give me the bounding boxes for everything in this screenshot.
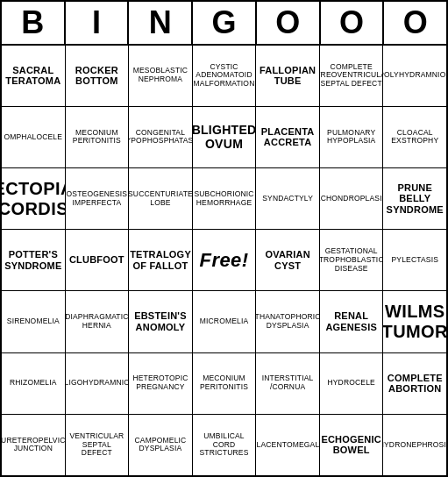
cell-text-5-0: RHIZOMELIA bbox=[10, 379, 57, 388]
cell-text-0-2: MESOBLASTIC NEPHROMA bbox=[132, 67, 189, 84]
cell-0-1: ROCKER BOTTOM bbox=[66, 46, 130, 106]
cell-text-5-6: COMPLETE ABORTION bbox=[386, 373, 444, 395]
cell-text-4-3: MICROMELIA bbox=[200, 317, 249, 326]
cell-4-6: WILMS TUMOR bbox=[383, 291, 446, 352]
cell-text-4-2: EBSTEIN'S ANOMOLY bbox=[132, 310, 189, 332]
bingo-card: BINGOOO SACRAL TERATOMAROCKER BOTTOMMESO… bbox=[0, 0, 448, 477]
cell-text-5-1: OLIGOHYDRAMNIOS bbox=[66, 379, 130, 388]
cell-0-2: MESOBLASTIC NEPHROMA bbox=[129, 46, 193, 106]
cell-6-5: ECHOGENIC BOWEL bbox=[320, 415, 384, 475]
cell-text-5-2: HETEROTOPIC PREGNANCY bbox=[132, 374, 189, 392]
cell-4-5: RENAL AGENESIS bbox=[320, 291, 384, 352]
cell-1-0: OMPHALOCELE bbox=[2, 107, 66, 167]
cell-6-1: VENTRICULAR SEPTAL DEFECT bbox=[66, 415, 130, 475]
cell-0-6: POLYHYDRAMNIOS bbox=[383, 46, 446, 106]
grid-row-0: SACRAL TERATOMAROCKER BOTTOMMESOBLASTIC … bbox=[2, 46, 446, 107]
cell-3-1: CLUBFOOT bbox=[66, 230, 130, 290]
cell-4-3: MICROMELIA bbox=[193, 291, 257, 352]
cell-text-6-0: URETEROPELVIC JUNCTION bbox=[2, 437, 65, 454]
cell-1-3: BLIGHTED OVUM bbox=[193, 107, 257, 167]
header-row: BINGOOO bbox=[2, 2, 446, 46]
header-letter-B-0: B bbox=[2, 2, 66, 44]
cell-2-6: PRUNE BELLY SYNDROME bbox=[383, 168, 446, 229]
cell-1-2: CONGENITAL HYPOPHOSPHATASIA bbox=[129, 107, 193, 167]
cell-text-6-6: HYDRONEPHROSIS bbox=[383, 441, 446, 450]
cell-text-3-3: Free! bbox=[200, 249, 249, 271]
cell-4-2: EBSTEIN'S ANOMOLY bbox=[129, 291, 193, 352]
cell-3-0: POTTER'S SYNDROME bbox=[2, 230, 66, 290]
cell-3-6: PYLECTASIS bbox=[383, 230, 446, 290]
cell-1-1: MECONIUM PERITONITIS bbox=[66, 107, 130, 167]
cell-text-4-6: WILMS TUMOR bbox=[383, 302, 446, 342]
cell-3-4: OVARIAN CYST bbox=[256, 230, 320, 290]
cell-5-5: HYDROCELE bbox=[320, 353, 384, 414]
cell-2-2: SUCCENTURIATE LOBE bbox=[129, 168, 193, 229]
cell-text-3-5: GESTATIONAL TROPHOBLASTIC DISEASE bbox=[320, 247, 384, 273]
cell-text-6-5: ECHOGENIC BOWEL bbox=[321, 434, 381, 456]
cell-text-5-3: MECONIUM PERITONITIS bbox=[196, 374, 253, 392]
cell-3-2: TETRALOGY OF FALLOT bbox=[129, 230, 193, 290]
cell-text-6-4: PLACENTOMEGALY bbox=[256, 441, 320, 450]
cell-text-2-3: SUBCHORIONIC HEMORRHAGE bbox=[194, 190, 253, 208]
cell-text-0-5: COMPLETE ATREOVENTRICULAR SEPTAL DEFECT bbox=[320, 63, 384, 89]
cell-1-6: CLOACAL EXSTROPHY bbox=[383, 107, 446, 167]
cell-text-4-4: THANATOPHORIC DYSPLASIA bbox=[256, 313, 320, 331]
header-letter-O-6: O bbox=[384, 2, 446, 44]
cell-2-1: OSTEOGENESIS IMPERFECTA bbox=[66, 168, 130, 229]
cell-text-2-6: PRUNE BELLY SYNDROME bbox=[386, 182, 444, 216]
cell-text-0-1: ROCKER BOTTOM bbox=[68, 65, 126, 87]
cell-text-1-5: PULMONARY HYPOPLASIA bbox=[323, 129, 380, 146]
cell-text-5-5: HYDROCELE bbox=[327, 379, 374, 388]
grid-row-5: RHIZOMELIAOLIGOHYDRAMNIOSHETEROTOPIC PRE… bbox=[2, 353, 446, 415]
cell-1-5: PULMONARY HYPOPLASIA bbox=[320, 107, 384, 167]
cell-6-6: HYDRONEPHROSIS bbox=[383, 415, 446, 475]
cell-text-3-4: OVARIAN CYST bbox=[259, 249, 316, 271]
cell-2-3: SUBCHORIONIC HEMORRHAGE bbox=[193, 168, 257, 229]
cell-text-1-0: OMPHALOCELE bbox=[4, 133, 63, 142]
cell-5-3: MECONIUM PERITONITIS bbox=[193, 353, 257, 414]
cell-text-2-5: ACHONDROPLASIA bbox=[320, 195, 384, 203]
cell-4-4: THANATOPHORIC DYSPLASIA bbox=[256, 291, 320, 352]
grid-row-1: OMPHALOCELEMECONIUM PERITONITISCONGENITA… bbox=[2, 107, 446, 168]
cell-2-5: ACHONDROPLASIA bbox=[320, 168, 384, 229]
cell-5-4: INTERSTITIAL /CORNUA bbox=[256, 353, 320, 414]
header-letter-G-3: G bbox=[193, 2, 257, 44]
cell-text-4-5: RENAL AGENESIS bbox=[323, 310, 380, 332]
cell-text-0-3: CYSTIC ADENOMATOID MALFORMATION bbox=[194, 63, 255, 89]
cell-text-4-1: DIAPHRAGMATIC HERNIA bbox=[66, 313, 129, 331]
cell-0-5: COMPLETE ATREOVENTRICULAR SEPTAL DEFECT bbox=[320, 46, 384, 106]
cell-text-1-1: MECONIUM PERITONITIS bbox=[68, 129, 126, 146]
cell-3-3: Free! bbox=[193, 230, 257, 290]
cell-text-3-0: POTTER'S SYNDROME bbox=[4, 249, 62, 271]
grid-row-4: SIRENOMELIADIAPHRAGMATIC HERNIAEBSTEIN'S… bbox=[2, 291, 446, 352]
cell-2-4: SYNDACTYLY bbox=[256, 168, 320, 229]
cell-text-2-4: SYNDACTYLY bbox=[262, 195, 313, 203]
cell-6-4: PLACENTOMEGALY bbox=[256, 415, 320, 475]
header-letter-O-5: O bbox=[321, 2, 385, 44]
grid: SACRAL TERATOMAROCKER BOTTOMMESOBLASTIC … bbox=[2, 46, 446, 475]
header-letter-N-2: N bbox=[129, 2, 193, 44]
cell-4-0: SIRENOMELIA bbox=[2, 291, 66, 352]
cell-text-2-2: SUCCENTURIATE LOBE bbox=[129, 190, 193, 208]
cell-text-6-1: VENTRICULAR SEPTAL DEFECT bbox=[68, 432, 126, 458]
cell-0-0: SACRAL TERATOMA bbox=[2, 46, 66, 106]
cell-6-2: CAMPOMELIC DYSPLASIA bbox=[129, 415, 193, 475]
cell-text-0-0: SACRAL TERATOMA bbox=[4, 65, 62, 87]
cell-text-3-6: PYLECTASIS bbox=[392, 256, 439, 265]
cell-text-2-0: ECTOPIA CORDIS bbox=[2, 179, 66, 219]
cell-text-0-6: POLYHYDRAMNIOS bbox=[383, 71, 446, 80]
cell-text-4-0: SIRENOMELIA bbox=[7, 317, 60, 326]
grid-row-2: ECTOPIA CORDISOSTEOGENESIS IMPERFECTASUC… bbox=[2, 168, 446, 230]
header-letter-I-1: I bbox=[66, 2, 130, 44]
cell-0-3: CYSTIC ADENOMATOID MALFORMATION bbox=[193, 46, 257, 106]
cell-6-3: UMBILICAL CORD STRICTURES bbox=[193, 415, 257, 475]
cell-2-0: ECTOPIA CORDIS bbox=[2, 168, 66, 229]
grid-row-3: POTTER'S SYNDROMECLUBFOOTTETRALOGY OF FA… bbox=[2, 230, 446, 291]
grid-row-6: URETEROPELVIC JUNCTIONVENTRICULAR SEPTAL… bbox=[2, 415, 446, 475]
cell-text-6-3: UMBILICAL CORD STRICTURES bbox=[196, 432, 253, 458]
cell-3-5: GESTATIONAL TROPHOBLASTIC DISEASE bbox=[320, 230, 384, 290]
cell-text-3-2: TETRALOGY OF FALLOT bbox=[130, 249, 191, 271]
cell-5-2: HETEROTOPIC PREGNANCY bbox=[129, 353, 193, 414]
cell-text-1-6: CLOACAL EXSTROPHY bbox=[386, 129, 444, 146]
cell-text-2-1: OSTEOGENESIS IMPERFECTA bbox=[67, 190, 128, 208]
